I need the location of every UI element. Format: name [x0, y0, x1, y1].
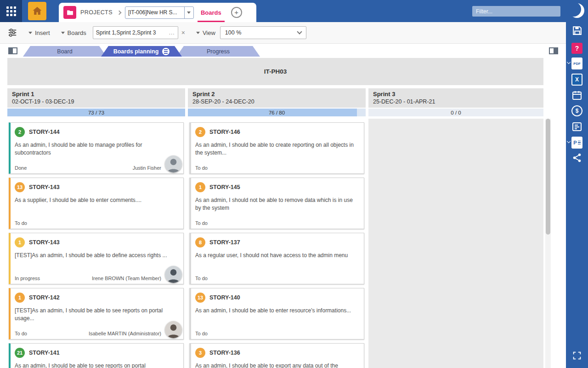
story-description: As an admin, I should be able to enter r… [191, 303, 364, 315]
vertical-scrollbar[interactable] [545, 119, 551, 368]
story-id: STORY-143 [29, 239, 60, 246]
story-description: [TEST]As an admin, I should be able to d… [11, 247, 183, 259]
story-id: STORY-145 [209, 184, 240, 190]
tab-menu-icon[interactable] [162, 48, 170, 55]
sprint2-progress-bar: 76 / 80 [188, 109, 366, 116]
story-card[interactable]: 13 STORY-143 As a supplier, I should be … [9, 178, 184, 229]
view-menu-caret-icon[interactable] [196, 32, 200, 34]
story-points-badge: 1 [15, 237, 25, 247]
sprint3-progress-bar: 0 / 0 [368, 109, 543, 116]
ppt-icon: P [571, 137, 582, 149]
tab-progress[interactable]: Progress [176, 46, 260, 57]
story-id: STORY-140 [209, 294, 240, 301]
tab-boards-planning[interactable]: Boards planning [101, 46, 182, 57]
settings-sliders-icon[interactable] [7, 28, 17, 38]
schedule-button[interactable] [566, 121, 588, 132]
boards-menu-button[interactable]: Boards [68, 29, 86, 36]
insert-menu-button[interactable]: Insert [35, 29, 50, 36]
view-menu-button[interactable]: View [203, 29, 215, 36]
sprint1-progress-bar: 73 / 73 [7, 109, 185, 116]
sprint1-dates: 02-OCT-19 - 03-DEC-19 [12, 98, 181, 105]
project-select[interactable]: [IT-006]New HR S... [125, 6, 194, 19]
story-points-badge: 1 [15, 293, 25, 303]
story-description: As an admin, I should be able to export … [191, 358, 364, 368]
story-description: As an admin, I should not be able to rem… [191, 192, 364, 212]
tab-progress-label: Progress [207, 48, 230, 55]
sprints-filter-value: Sprint 1,Sprint 2,Sprint 3 [96, 29, 169, 36]
story-points-badge: 13 [195, 293, 205, 303]
sprints-picker-button[interactable]: ... [169, 29, 175, 36]
sprint1-name: Sprint 1 [12, 91, 181, 98]
story-points-badge: 13 [15, 182, 25, 192]
sprint3-name: Sprint 3 [373, 91, 539, 98]
project-select-caret[interactable] [184, 7, 193, 18]
collapse-left-panel-button[interactable] [8, 47, 17, 54]
tab-board[interactable]: Board [23, 46, 107, 57]
app-window: PROJECTS [IT-006]New HR S... Boards + In… [0, 0, 588, 368]
story-id: STORY-146 [209, 129, 240, 135]
boards-menu-caret-icon[interactable] [61, 32, 65, 34]
projects-folder-icon[interactable] [63, 6, 76, 19]
filter-input[interactable] [472, 6, 560, 17]
story-card[interactable]: 8 STORY-137 As a regular user, I should … [189, 233, 364, 284]
phase-title: IT-PH03 [7, 58, 543, 85]
zoom-select[interactable]: 100 % [220, 26, 306, 39]
add-view-button[interactable]: + [231, 7, 242, 18]
apps-grid-icon [6, 6, 16, 16]
home-button[interactable] [28, 2, 46, 20]
story-status: To do [195, 276, 208, 281]
tab-board-label: Board [57, 48, 72, 55]
story-points-badge: 21 [15, 348, 25, 358]
story-card[interactable]: 13 STORY-140 As an admin, I should be ab… [189, 288, 364, 339]
projects-breadcrumb-label[interactable]: PROJECTS [80, 9, 113, 16]
fullscreen-button[interactable] [566, 351, 588, 361]
story-card[interactable]: 2 STORY-146 As an admin, I should be abl… [189, 122, 364, 174]
breadcrumb: PROJECTS [IT-006]New HR S... Boards + [59, 3, 256, 22]
sprint2-column-header: Sprint 2 28-SEP-20 - 24-DEC-20 [188, 88, 366, 108]
sprint1-card-column: 2 STORY-144 As an admin, I should be abl… [7, 119, 185, 368]
sprints-filter-input[interactable]: Sprint 1,Sprint 2,Sprint 3 ... [93, 26, 178, 39]
apps-menu-button[interactable] [0, 0, 22, 22]
story-card[interactable]: 1 STORY-145 As an admin, I should not be… [189, 178, 364, 229]
story-id: STORY-136 [209, 350, 240, 356]
collapse-right-panel-button[interactable] [549, 47, 558, 54]
clear-sprints-button[interactable]: × [181, 29, 185, 36]
boards-nav-tab[interactable]: Boards [198, 3, 225, 22]
insert-menu-caret-icon[interactable] [28, 32, 32, 34]
fullscreen-icon [572, 351, 582, 361]
story-description: [TEST]As an admin, I should be able to s… [11, 303, 183, 322]
story-status: To do [195, 165, 208, 171]
sprint2-dates: 28-SEP-20 - 24-DEC-20 [192, 98, 361, 105]
app-logo-crescent [569, 2, 585, 19]
story-card[interactable]: 1 STORY-142 [TEST]As an admin, I should … [9, 288, 184, 339]
cost-button[interactable]: $ [566, 105, 588, 116]
sprint1-column-header: Sprint 1 02-OCT-19 - 03-DEC-19 [7, 88, 185, 108]
save-button[interactable] [566, 25, 588, 36]
tab-boards-planning-label: Boards planning [113, 48, 159, 55]
story-assignee: Justin Fisher [133, 165, 161, 171]
chevron-down-icon [297, 29, 302, 34]
excel-icon: X [571, 74, 582, 86]
story-description: As a regular user, I should not have acc… [191, 247, 364, 259]
avatar [165, 155, 182, 172]
story-points-badge: 8 [195, 237, 205, 247]
story-card[interactable]: 2 STORY-144 As an admin, I should be abl… [9, 122, 184, 174]
story-card[interactable]: 1 STORY-143 [TEST]As an admin, I should … [9, 233, 184, 284]
story-points-badge: 3 [195, 348, 205, 358]
view-tabstrip: Board Boards planning Progress [0, 44, 566, 57]
calendar-button[interactable] [566, 90, 588, 101]
story-card[interactable]: 3 STORY-136 As an admin, I should be abl… [189, 343, 364, 368]
excel-export-button[interactable]: X [566, 74, 588, 86]
story-description: As an admin, I should be able to manage … [11, 137, 183, 156]
scrollbar-thumb[interactable] [546, 119, 550, 235]
ppt-export-button[interactable]: P [566, 137, 588, 149]
top-navigation-bar: PROJECTS [IT-006]New HR S... Boards + [0, 0, 566, 22]
story-id: STORY-137 [209, 239, 240, 246]
story-card[interactable]: 21 STORY-141 As an admin, I should be ab… [9, 343, 184, 368]
story-status: In progress [15, 276, 40, 281]
story-description: As an admin, I should be able to see rep… [11, 358, 183, 368]
share-button[interactable] [566, 153, 588, 163]
pdf-export-button[interactable]: PDF [566, 58, 588, 69]
help-button[interactable]: ? [566, 43, 588, 54]
story-status: To do [15, 220, 27, 226]
